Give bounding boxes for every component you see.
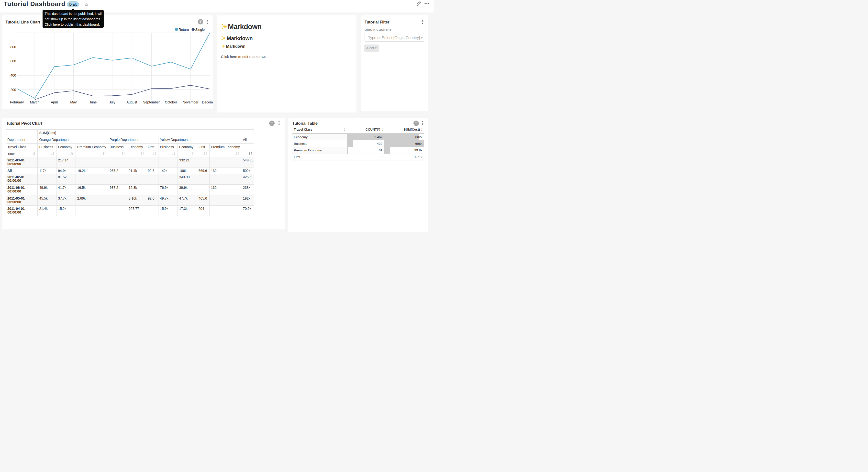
svg-text:200: 200	[10, 88, 16, 92]
svg-text:400: 400	[10, 73, 16, 77]
svg-text:Single: Single	[195, 28, 205, 32]
svg-text:March: March	[30, 100, 40, 104]
svg-text:August: August	[126, 100, 137, 104]
svg-text:September: September	[143, 100, 160, 104]
svg-text:800: 800	[10, 45, 16, 49]
svg-text:May: May	[70, 100, 76, 104]
svg-text:November: November	[183, 100, 198, 104]
svg-text:Return: Return	[179, 28, 189, 32]
svg-text:October: October	[165, 100, 177, 104]
svg-text:February: February	[10, 100, 24, 104]
svg-text:December: December	[202, 100, 213, 104]
svg-text:April: April	[51, 100, 58, 104]
svg-text:June: June	[89, 100, 97, 104]
svg-text:July: July	[109, 100, 115, 104]
svg-text:600: 600	[10, 59, 16, 63]
